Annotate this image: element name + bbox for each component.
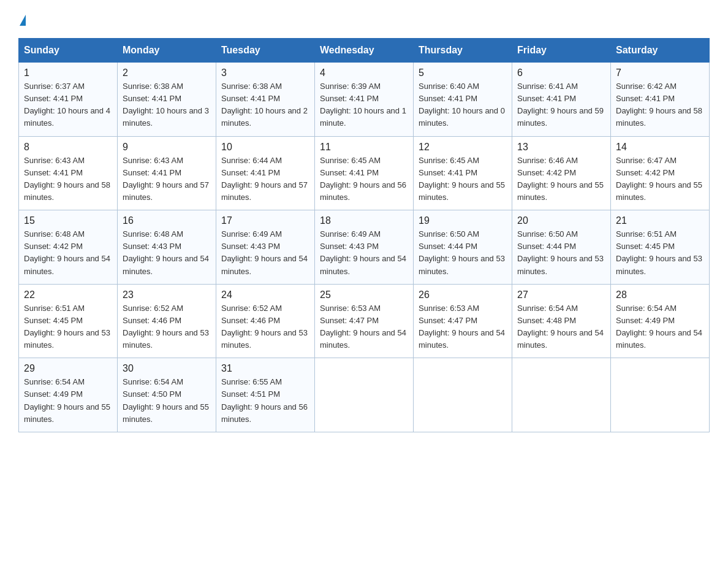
- day-number: 26: [419, 289, 507, 301]
- day-info: Sunrise: 6:40 AMSunset: 4:41 PMDaylight:…: [419, 80, 507, 130]
- day-number: 22: [24, 289, 112, 301]
- calendar-day-cell: 20Sunrise: 6:50 AMSunset: 4:44 PMDayligh…: [512, 210, 611, 285]
- empty-day-cell: [315, 358, 414, 432]
- calendar-day-cell: 12Sunrise: 6:45 AMSunset: 4:41 PMDayligh…: [414, 136, 512, 210]
- weekday-header-row: SundayMondayTuesdayWednesdayThursdayFrid…: [19, 39, 710, 63]
- weekday-header-monday: Monday: [118, 39, 216, 63]
- calendar-day-cell: 22Sunrise: 6:51 AMSunset: 4:45 PMDayligh…: [19, 284, 118, 358]
- logo-arrow-icon: [20, 15, 26, 26]
- day-info: Sunrise: 6:52 AMSunset: 4:46 PMDaylight:…: [123, 302, 211, 352]
- day-number: 19: [419, 215, 507, 226]
- calendar-day-cell: 13Sunrise: 6:46 AMSunset: 4:42 PMDayligh…: [512, 136, 611, 210]
- calendar-day-cell: 29Sunrise: 6:54 AMSunset: 4:49 PMDayligh…: [19, 358, 118, 432]
- day-number: 29: [24, 363, 112, 374]
- calendar-day-cell: 31Sunrise: 6:55 AMSunset: 4:51 PMDayligh…: [216, 358, 315, 432]
- day-info: Sunrise: 6:54 AMSunset: 4:49 PMDaylight:…: [24, 376, 112, 426]
- day-number: 25: [320, 289, 408, 301]
- day-info: Sunrise: 6:51 AMSunset: 4:45 PMDaylight:…: [24, 302, 112, 352]
- empty-day-cell: [611, 358, 710, 432]
- day-number: 28: [616, 289, 704, 301]
- day-number: 8: [24, 142, 112, 153]
- day-number: 12: [419, 142, 507, 153]
- day-info: Sunrise: 6:37 AMSunset: 4:41 PMDaylight:…: [24, 80, 112, 130]
- day-info: Sunrise: 6:45 AMSunset: 4:41 PMDaylight:…: [419, 155, 507, 204]
- calendar-day-cell: 8Sunrise: 6:43 AMSunset: 4:41 PMDaylight…: [19, 136, 118, 210]
- day-number: 17: [221, 215, 309, 226]
- day-info: Sunrise: 6:42 AMSunset: 4:41 PMDaylight:…: [616, 80, 704, 130]
- day-number: 16: [123, 215, 211, 226]
- day-number: 1: [24, 67, 112, 79]
- calendar-week-row: 29Sunrise: 6:54 AMSunset: 4:49 PMDayligh…: [19, 358, 710, 432]
- day-number: 21: [616, 215, 704, 226]
- calendar-day-cell: 17Sunrise: 6:49 AMSunset: 4:43 PMDayligh…: [216, 210, 315, 285]
- weekday-header-sunday: Sunday: [19, 39, 118, 63]
- day-info: Sunrise: 6:53 AMSunset: 4:47 PMDaylight:…: [419, 302, 507, 352]
- day-info: Sunrise: 6:54 AMSunset: 4:49 PMDaylight:…: [616, 302, 704, 352]
- day-number: 13: [517, 142, 605, 153]
- calendar-day-cell: 27Sunrise: 6:54 AMSunset: 4:48 PMDayligh…: [512, 284, 611, 358]
- day-info: Sunrise: 6:53 AMSunset: 4:47 PMDaylight:…: [320, 302, 408, 352]
- calendar-day-cell: 25Sunrise: 6:53 AMSunset: 4:47 PMDayligh…: [315, 284, 414, 358]
- day-number: 5: [419, 67, 507, 79]
- day-info: Sunrise: 6:49 AMSunset: 4:43 PMDaylight:…: [320, 228, 408, 278]
- empty-day-cell: [512, 358, 611, 432]
- calendar-day-cell: 16Sunrise: 6:48 AMSunset: 4:43 PMDayligh…: [118, 210, 216, 285]
- day-info: Sunrise: 6:47 AMSunset: 4:42 PMDaylight:…: [616, 155, 704, 204]
- day-number: 20: [517, 215, 605, 226]
- calendar-day-cell: 14Sunrise: 6:47 AMSunset: 4:42 PMDayligh…: [611, 136, 710, 210]
- day-info: Sunrise: 6:54 AMSunset: 4:48 PMDaylight:…: [517, 302, 605, 352]
- day-number: 6: [517, 67, 605, 79]
- day-info: Sunrise: 6:43 AMSunset: 4:41 PMDaylight:…: [24, 155, 112, 204]
- day-number: 27: [517, 289, 605, 301]
- calendar-day-cell: 4Sunrise: 6:39 AMSunset: 4:41 PMDaylight…: [315, 63, 414, 137]
- weekday-header-friday: Friday: [512, 39, 611, 63]
- logo: [18, 12, 26, 27]
- day-info: Sunrise: 6:45 AMSunset: 4:41 PMDaylight:…: [320, 155, 408, 204]
- calendar-day-cell: 26Sunrise: 6:53 AMSunset: 4:47 PMDayligh…: [414, 284, 512, 358]
- day-number: 10: [221, 142, 309, 153]
- calendar-day-cell: 2Sunrise: 6:38 AMSunset: 4:41 PMDaylight…: [118, 63, 216, 137]
- calendar-table: SundayMondayTuesdayWednesdayThursdayFrid…: [18, 38, 710, 432]
- day-number: 4: [320, 67, 408, 79]
- day-info: Sunrise: 6:39 AMSunset: 4:41 PMDaylight:…: [320, 80, 408, 130]
- calendar-day-cell: 28Sunrise: 6:54 AMSunset: 4:49 PMDayligh…: [611, 284, 710, 358]
- day-number: 2: [123, 67, 211, 79]
- day-number: 11: [320, 142, 408, 153]
- day-info: Sunrise: 6:38 AMSunset: 4:41 PMDaylight:…: [123, 80, 211, 130]
- calendar-day-cell: 18Sunrise: 6:49 AMSunset: 4:43 PMDayligh…: [315, 210, 414, 285]
- day-info: Sunrise: 6:48 AMSunset: 4:42 PMDaylight:…: [24, 228, 112, 278]
- day-number: 7: [616, 67, 704, 79]
- day-info: Sunrise: 6:48 AMSunset: 4:43 PMDaylight:…: [123, 228, 211, 278]
- weekday-header-saturday: Saturday: [611, 39, 710, 63]
- day-number: 31: [221, 363, 309, 374]
- day-number: 18: [320, 215, 408, 226]
- weekday-header-thursday: Thursday: [414, 39, 512, 63]
- day-number: 23: [123, 289, 211, 301]
- calendar-week-row: 15Sunrise: 6:48 AMSunset: 4:42 PMDayligh…: [19, 210, 710, 285]
- calendar-day-cell: 11Sunrise: 6:45 AMSunset: 4:41 PMDayligh…: [315, 136, 414, 210]
- calendar-day-cell: 19Sunrise: 6:50 AMSunset: 4:44 PMDayligh…: [414, 210, 512, 285]
- calendar-day-cell: 15Sunrise: 6:48 AMSunset: 4:42 PMDayligh…: [19, 210, 118, 285]
- day-info: Sunrise: 6:51 AMSunset: 4:45 PMDaylight:…: [616, 228, 704, 278]
- day-info: Sunrise: 6:54 AMSunset: 4:50 PMDaylight:…: [123, 376, 211, 426]
- day-number: 14: [616, 142, 704, 153]
- weekday-header-wednesday: Wednesday: [315, 39, 414, 63]
- calendar-day-cell: 6Sunrise: 6:41 AMSunset: 4:41 PMDaylight…: [512, 63, 611, 137]
- day-info: Sunrise: 6:52 AMSunset: 4:46 PMDaylight:…: [221, 302, 309, 352]
- day-number: 9: [123, 142, 211, 153]
- calendar-day-cell: 7Sunrise: 6:42 AMSunset: 4:41 PMDaylight…: [611, 63, 710, 137]
- page-header: [18, 12, 710, 27]
- day-number: 3: [221, 67, 309, 79]
- day-info: Sunrise: 6:50 AMSunset: 4:44 PMDaylight:…: [517, 228, 605, 278]
- day-info: Sunrise: 6:50 AMSunset: 4:44 PMDaylight:…: [419, 228, 507, 278]
- calendar-week-row: 22Sunrise: 6:51 AMSunset: 4:45 PMDayligh…: [19, 284, 710, 358]
- day-number: 15: [24, 215, 112, 226]
- calendar-day-cell: 30Sunrise: 6:54 AMSunset: 4:50 PMDayligh…: [118, 358, 216, 432]
- calendar-day-cell: 10Sunrise: 6:44 AMSunset: 4:41 PMDayligh…: [216, 136, 315, 210]
- calendar-day-cell: 24Sunrise: 6:52 AMSunset: 4:46 PMDayligh…: [216, 284, 315, 358]
- day-info: Sunrise: 6:46 AMSunset: 4:42 PMDaylight:…: [517, 155, 605, 204]
- day-number: 30: [123, 363, 211, 374]
- day-number: 24: [221, 289, 309, 301]
- weekday-header-tuesday: Tuesday: [216, 39, 315, 63]
- day-info: Sunrise: 6:41 AMSunset: 4:41 PMDaylight:…: [517, 80, 605, 130]
